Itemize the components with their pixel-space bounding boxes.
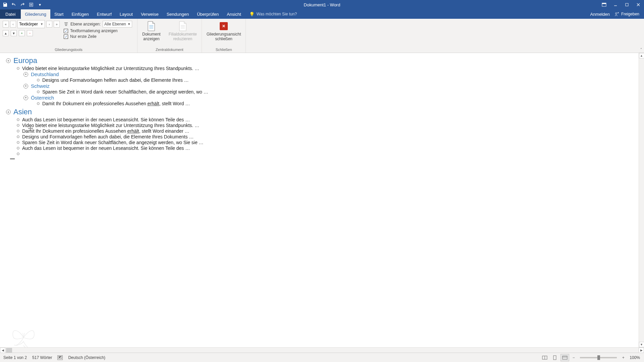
promote-button[interactable]: ‹ xyxy=(10,21,16,27)
scroll-right-button[interactable]: ▶ xyxy=(639,348,644,353)
body-text: Auch das Lesen ist bequemer in der neuen… xyxy=(22,145,190,151)
outline-body-item[interactable]: Sparen Sie Zeit in Word dank neuer Schal… xyxy=(17,140,641,145)
move-down-button[interactable]: ▼ xyxy=(11,30,17,36)
body-bullet-icon xyxy=(17,153,19,155)
tab-ansicht[interactable]: Ansicht xyxy=(223,9,245,19)
tab-gliederung[interactable]: Gliederung xyxy=(21,9,50,19)
zoom-out-button[interactable]: − xyxy=(571,355,577,361)
outline-heading-europa[interactable]: + Europa xyxy=(6,56,641,65)
expand-collapse-icon[interactable]: + xyxy=(23,84,28,88)
redo-icon[interactable] xyxy=(19,2,25,8)
button-label: Filialdokumente reduzieren xyxy=(169,32,197,42)
vertical-scrollbar[interactable]: ▲ ▼ xyxy=(639,53,644,347)
outline-body-item[interactable]: Damit Ihr Dokument ein professionelles A… xyxy=(17,128,641,134)
tab-file[interactable]: Datei xyxy=(0,9,21,19)
checkbox-first-line-only[interactable]: ✓ Nur erste Zeile xyxy=(64,34,132,39)
checkbox-text-formatting[interactable]: ✓ Textformatierung anzeigen xyxy=(64,28,132,33)
scroll-thumb[interactable] xyxy=(6,348,12,353)
scroll-up-button[interactable]: ▲ xyxy=(639,53,644,58)
svg-rect-5 xyxy=(64,22,68,23)
ribbon-group-label: Schließen xyxy=(205,47,243,53)
expand-collapse-icon[interactable]: + xyxy=(6,58,11,63)
web-layout-view-button[interactable] xyxy=(560,354,569,361)
document-icon xyxy=(146,21,157,32)
demote-button[interactable]: › xyxy=(46,21,52,27)
outline-level-select[interactable]: Textkörper ▼ xyxy=(17,20,45,28)
read-mode-view-button[interactable] xyxy=(540,354,549,361)
close-outline-icon: ✕ xyxy=(218,21,229,32)
tab-entwurf[interactable]: Entwurf xyxy=(93,9,116,19)
show-level-select[interactable]: Alle Ebenen ▼ xyxy=(103,21,132,27)
horizontal-scrollbar[interactable]: ◀ ▶ xyxy=(0,347,644,353)
scroll-down-button[interactable]: ▼ xyxy=(639,342,644,347)
close-button[interactable] xyxy=(633,0,644,9)
body-text: Designs und Formatvorlagen helfen auch d… xyxy=(42,77,189,83)
qat-dropdown-icon[interactable]: ▾ xyxy=(37,2,43,8)
zoom-slider-handle[interactable] xyxy=(597,355,600,360)
outline-body-item[interactable]: Auch das Lesen ist bequemer in der neuen… xyxy=(17,145,641,151)
body-text: Sparen Sie Zeit in Word dank neuer Schal… xyxy=(42,89,208,95)
ribbon: « ‹ Textkörper ▼ › » ▲ ▼ ＋ － xyxy=(0,19,644,53)
zoom-in-button[interactable]: + xyxy=(620,355,626,361)
outline-body-item[interactable]: Video bietet eine leistungsstarke Möglic… xyxy=(17,123,641,128)
touch-mode-icon[interactable] xyxy=(28,2,34,8)
spellcheck-icon[interactable] xyxy=(57,355,63,360)
outline-body-item[interactable]: Designs und Formatvorlagen helfen auch d… xyxy=(17,134,641,139)
tell-me-search[interactable]: 💡 Was möchten Sie tun? xyxy=(249,9,297,19)
body-bullet-icon xyxy=(17,67,19,70)
lightbulb-icon: 💡 xyxy=(249,12,255,17)
status-bar: Seite 1 von 2 517 Wörter Deutsch (Österr… xyxy=(0,353,644,362)
collapse-subdocuments-button: Filialdokumente reduzieren xyxy=(167,20,199,42)
maximize-button[interactable] xyxy=(621,0,633,9)
outline-body-item[interactable]: Video bietet eine leistungsstarke Möglic… xyxy=(17,66,641,71)
outline-level-value: Textkörper xyxy=(19,22,38,26)
undo-icon[interactable] xyxy=(11,2,17,8)
expand-button[interactable]: ＋ xyxy=(19,30,25,36)
outline-heading-schweiz[interactable]: + Schweiz xyxy=(23,83,641,89)
status-page[interactable]: Seite 1 von 2 xyxy=(3,355,27,360)
collapse-ribbon-button[interactable]: ˄ xyxy=(640,48,642,51)
outline-heading-oesterreich[interactable]: + Österreich xyxy=(23,95,641,101)
ribbon-group-label: Zentraldokument xyxy=(140,47,199,53)
print-layout-view-button[interactable] xyxy=(550,354,559,361)
tab-sendungen[interactable]: Sendungen xyxy=(163,9,193,19)
tab-ueberpruefen[interactable]: Überprüfen xyxy=(193,9,223,19)
scroll-left-button[interactable]: ◀ xyxy=(0,348,5,353)
collapse-button[interactable]: － xyxy=(27,30,33,36)
heading-text: Schweiz xyxy=(31,83,50,89)
outline-body-item[interactable]: Damit Ihr Dokument ein professionelles A… xyxy=(37,101,641,106)
tab-layout[interactable]: Layout xyxy=(116,9,137,19)
expand-collapse-icon[interactable]: + xyxy=(6,110,11,114)
signin-link[interactable]: Anmelden xyxy=(590,12,610,17)
tab-start[interactable]: Start xyxy=(50,9,67,19)
outline-heading-asien[interactable]: + Asien xyxy=(6,108,641,116)
outline-document-area[interactable]: + Europa Video bietet eine leistungsstar… xyxy=(0,53,644,353)
minimize-button[interactable] xyxy=(610,0,621,9)
body-text xyxy=(22,151,23,157)
close-outline-view-button[interactable]: ✕ Gliederungsansicht schließen xyxy=(205,20,243,42)
outline-end-marker xyxy=(10,159,15,159)
outline-body-item-empty[interactable] xyxy=(17,151,641,157)
save-icon[interactable] xyxy=(2,2,8,8)
tab-verweise[interactable]: Verweise xyxy=(137,9,163,19)
move-up-button[interactable]: ▲ xyxy=(3,30,9,36)
tab-einfuegen[interactable]: Einfügen xyxy=(67,9,93,19)
show-document-button[interactable]: Dokument anzeigen xyxy=(140,20,163,42)
body-bullet-icon xyxy=(17,135,19,138)
outline-body-item[interactable]: Sparen Sie Zeit in Word dank neuer Schal… xyxy=(37,89,641,95)
heading-text: Asien xyxy=(13,108,32,116)
expand-collapse-icon[interactable]: + xyxy=(23,96,28,100)
outline-body-item[interactable]: Designs und Formatvorlagen helfen auch d… xyxy=(37,77,641,83)
body-text: Damit Ihr Dokument ein professionelles A… xyxy=(22,128,190,134)
share-button[interactable]: Freigeben xyxy=(614,12,639,16)
status-word-count[interactable]: 517 Wörter xyxy=(32,355,52,360)
status-language[interactable]: Deutsch (Österreich) xyxy=(68,355,105,360)
outline-heading-deutschland[interactable]: + Deutschland xyxy=(23,71,641,77)
expand-collapse-icon[interactable]: + xyxy=(23,72,28,77)
zoom-slider[interactable] xyxy=(580,357,617,358)
outline-body-item[interactable]: Auch das Lesen ist bequemer in der neuen… xyxy=(17,117,641,122)
zoom-percentage[interactable]: 100% xyxy=(630,355,640,360)
ribbon-display-icon[interactable] xyxy=(598,0,610,9)
demote-to-body-button[interactable]: » xyxy=(54,21,60,27)
promote-to-heading1-button[interactable]: « xyxy=(3,21,9,27)
